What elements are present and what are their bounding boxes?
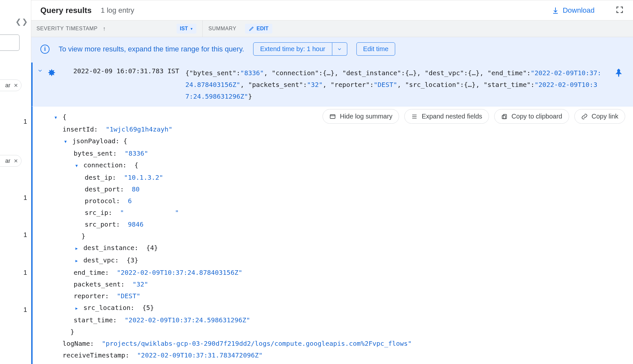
fullscreen-button[interactable] bbox=[615, 6, 624, 15]
pin-icon bbox=[614, 68, 623, 77]
log-entry-expanded: Hide log summary Expand nested fields Co… bbox=[31, 106, 633, 364]
page-title: Query results bbox=[40, 6, 92, 15]
dest-vpc-count: 3 bbox=[131, 256, 135, 264]
chevron-right-icon: ❯ bbox=[22, 18, 28, 25]
timezone-label: IST bbox=[180, 26, 188, 32]
panel-icon bbox=[329, 113, 336, 120]
dest-ip-value: 10.1.3.2 bbox=[128, 174, 159, 181]
edit-time-button[interactable]: Edit time bbox=[356, 42, 396, 56]
download-button[interactable]: Download bbox=[552, 6, 595, 15]
timezone-chip[interactable]: IST ▼ bbox=[177, 24, 196, 34]
extend-time-dropdown[interactable] bbox=[332, 42, 347, 56]
chevron-down-icon bbox=[37, 68, 43, 74]
expand-toggle[interactable] bbox=[37, 68, 43, 75]
receive-timestamp-value: 2022-02-09T10:37:31.783472096Z bbox=[141, 351, 259, 359]
reporter-value: DEST bbox=[121, 292, 137, 300]
edit-columns-chip[interactable]: EDIT bbox=[245, 24, 272, 34]
row-count: 1 bbox=[23, 231, 27, 239]
close-icon[interactable]: ✕ bbox=[14, 82, 18, 89]
svg-rect-0 bbox=[330, 115, 335, 119]
tree-toggle[interactable] bbox=[74, 160, 79, 172]
copy-clipboard-label: Copy to clipboard bbox=[511, 113, 562, 120]
tree-toggle[interactable] bbox=[63, 136, 68, 147]
arrow-up-icon: ↑ bbox=[103, 25, 106, 32]
svg-rect-2 bbox=[502, 115, 505, 119]
fullscreen-icon bbox=[615, 6, 624, 14]
download-icon bbox=[552, 7, 559, 14]
hide-log-summary-button[interactable]: Hide log summary bbox=[323, 109, 399, 124]
filter-chip-2[interactable]: ar ✕ bbox=[0, 155, 22, 167]
copy-link-button[interactable]: Copy link bbox=[574, 109, 625, 124]
entry-summary: {"bytes_sent":"8336", "connection":{…}, … bbox=[185, 66, 604, 102]
extend-time-button[interactable]: Extend time by: 1 hour bbox=[253, 42, 332, 56]
chevron-down-icon bbox=[337, 47, 342, 52]
dest-port-value: 80 bbox=[132, 185, 140, 193]
dest-instance-count: 4 bbox=[150, 244, 154, 252]
col-summary[interactable]: SUMMARY bbox=[209, 26, 237, 32]
banner-text: To view more results, expand the time ra… bbox=[59, 45, 244, 53]
copy-clipboard-button[interactable]: Copy to clipboard bbox=[494, 109, 569, 124]
filter-chip-1[interactable]: ar ✕ bbox=[0, 79, 22, 91]
insertId-value: 1wjcl69g1h4zayh bbox=[110, 125, 169, 133]
packets-sent-value: 32 bbox=[137, 280, 144, 288]
severity-indicator: ✸ bbox=[48, 71, 56, 75]
start-time-value: 2022-02-09T10:37:24.598631296Z bbox=[129, 316, 246, 324]
download-label: Download bbox=[563, 6, 595, 15]
src-location-count: 5 bbox=[146, 304, 150, 312]
clipboard-icon bbox=[501, 113, 508, 120]
close-icon[interactable]: ✕ bbox=[14, 158, 18, 164]
tree-toggle[interactable] bbox=[53, 112, 59, 123]
tree-toggle[interactable] bbox=[74, 243, 79, 254]
filter-chip-text: ar bbox=[5, 158, 10, 164]
expand-nested-label: Expand nested fields bbox=[422, 113, 482, 120]
caret-down-icon: ▼ bbox=[190, 27, 193, 31]
column-divider bbox=[202, 20, 203, 37]
col-severity[interactable]: SEVERITY bbox=[36, 26, 66, 32]
tree-toggle[interactable] bbox=[74, 255, 79, 267]
expand-nested-button[interactable]: Expand nested fields bbox=[404, 109, 489, 124]
result-count: 1 log entry bbox=[101, 6, 134, 15]
row-count: 1 bbox=[23, 269, 27, 276]
json-tree: { insertId: "1wjcl69g1h4zayh" jsonPayloa… bbox=[40, 111, 626, 361]
copy-link-label: Copy link bbox=[592, 113, 618, 120]
pin-button[interactable] bbox=[608, 66, 626, 78]
chevron-left-icon: ❮ bbox=[15, 18, 21, 25]
log-name-value: projects/qwiklabs-gcp-03-290d7f219dd2/lo… bbox=[106, 340, 408, 347]
pencil-icon bbox=[249, 26, 254, 31]
time-range-banner: i To view more results, expand the time … bbox=[31, 37, 633, 63]
entry-timestamp: 2022-02-09 16:07:31.783 IST bbox=[60, 66, 181, 75]
log-entry-row[interactable]: ✸ 2022-02-09 16:07:31.783 IST {"bytes_se… bbox=[31, 63, 633, 106]
edit-label: EDIT bbox=[257, 26, 268, 32]
col-timestamp[interactable]: TIMESTAMP ↑ bbox=[66, 25, 134, 32]
row-count: 1 bbox=[23, 118, 27, 125]
info-icon: i bbox=[40, 45, 50, 54]
src-port-value: 9846 bbox=[128, 220, 143, 228]
row-count: 1 bbox=[23, 194, 27, 202]
tree-toggle[interactable] bbox=[74, 302, 79, 314]
sidebar-field[interactable] bbox=[0, 35, 20, 51]
row-count: 1 bbox=[23, 306, 27, 314]
end-time-value: 2022-02-09T10:37:24.878403156Z bbox=[121, 269, 238, 276]
left-sidebar-strip: ❮ ❯ ar ✕ ar ✕ 1 1 1 1 1 bbox=[0, 0, 31, 364]
hide-log-summary-label: Hide log summary bbox=[340, 113, 392, 120]
code-toggle[interactable]: ❮ ❯ bbox=[15, 18, 28, 25]
expand-icon bbox=[411, 113, 418, 120]
link-icon bbox=[581, 113, 588, 120]
protocol-value: 6 bbox=[128, 197, 132, 205]
bytes-sent-value: 8336 bbox=[129, 149, 144, 157]
svg-rect-1 bbox=[503, 114, 507, 119]
col-timestamp-label: TIMESTAMP bbox=[66, 26, 98, 32]
filter-chip-text: ar bbox=[5, 82, 10, 89]
